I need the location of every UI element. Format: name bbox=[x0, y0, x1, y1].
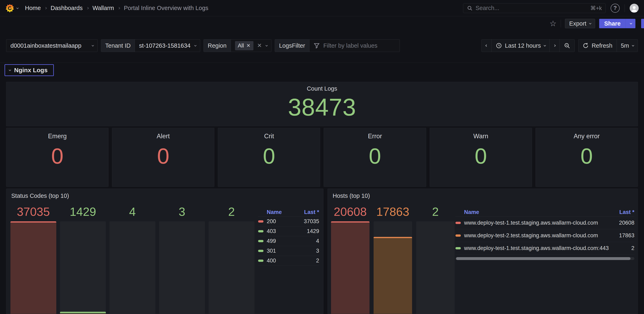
legend-header-name[interactable]: Name bbox=[267, 209, 282, 215]
org-switcher-chevron-icon[interactable] bbox=[16, 6, 19, 9]
legend-row: 4031429 bbox=[258, 227, 319, 236]
legend-series-name[interactable]: 499 bbox=[267, 238, 276, 244]
stat-value: 0 bbox=[112, 143, 214, 169]
breadcrumb: HomeDashboardsWallarmPortal Inline Overv… bbox=[25, 5, 208, 11]
toolbar-cutoff-button[interactable] bbox=[641, 19, 644, 28]
bar-column: 2 bbox=[416, 205, 455, 314]
legend-series-value: 2 bbox=[312, 258, 319, 264]
legend-header-name[interactable]: Name bbox=[464, 209, 479, 215]
region-dropdown[interactable]: Region All ✕ ✕ bbox=[204, 39, 272, 52]
legend-series-value: 3 bbox=[312, 248, 319, 254]
legend-series-icon bbox=[456, 234, 461, 237]
chevron-down-icon bbox=[194, 44, 196, 46]
app-dropdown[interactable]: d0001ainboxatestmailaapp bbox=[6, 39, 98, 52]
bar-track bbox=[60, 221, 106, 314]
stat-value: 0 bbox=[218, 143, 320, 169]
star-icon[interactable]: ☆ bbox=[550, 20, 556, 27]
legend-series-icon bbox=[258, 250, 264, 252]
refresh-button[interactable]: Refresh bbox=[578, 39, 616, 52]
bar-fill bbox=[331, 221, 370, 314]
stat-row: Emerg0Alert0Crit0Error0Warn0Any error0 bbox=[6, 128, 638, 187]
stat-panel-emerg: Emerg0 bbox=[6, 128, 108, 187]
search-input[interactable] bbox=[476, 5, 588, 11]
chip-remove-icon[interactable]: ✕ bbox=[246, 43, 250, 48]
bar-value-label: 2 bbox=[208, 205, 254, 220]
bar-fill bbox=[374, 237, 412, 314]
legend-series-name[interactable]: www.deploy-test-1.test.staging.aws.walla… bbox=[464, 220, 598, 226]
chevron-down-icon bbox=[266, 44, 268, 46]
legend-series-name[interactable]: 200 bbox=[267, 218, 276, 225]
share-dropdown-button[interactable] bbox=[626, 19, 636, 28]
hosts-bar-chart: 20608178632 bbox=[331, 205, 455, 314]
stat-panel-crit: Crit0 bbox=[218, 128, 320, 187]
bar-column: 3 bbox=[159, 205, 205, 314]
region-chip[interactable]: All ✕ bbox=[235, 41, 254, 50]
tenant-dropdown[interactable]: Tenant ID st-107263-1581634 bbox=[101, 39, 200, 52]
legend-series-value: 2 bbox=[627, 245, 634, 251]
breadcrumb-separator-icon bbox=[118, 7, 120, 9]
status-codes-bar-chart: 370351429432 bbox=[10, 205, 254, 314]
legend-row: www.deploy-test-1.test.staging.aws.walla… bbox=[456, 217, 634, 229]
legend-series-value: 4 bbox=[312, 238, 319, 244]
legend-series-name[interactable]: www.deploy-test-2.test.staging.aws.walla… bbox=[464, 232, 598, 239]
row-nginx-logs-toggle[interactable]: Nginx Logs bbox=[4, 64, 54, 76]
legend-series-icon bbox=[258, 220, 264, 223]
legend-header-last[interactable]: Last * bbox=[619, 209, 634, 215]
region-label: Region bbox=[204, 39, 231, 52]
stat-title: Emerg bbox=[6, 128, 108, 140]
legend-row: 3013 bbox=[258, 246, 319, 256]
time-range-value: Last 12 hours bbox=[505, 42, 541, 49]
time-range-picker[interactable]: Last 12 hours bbox=[492, 39, 550, 52]
legend-series-name[interactable]: 403 bbox=[267, 228, 276, 234]
stat-title: Error bbox=[324, 128, 426, 140]
avatar[interactable] bbox=[630, 4, 639, 13]
time-controls: Last 12 hours Refresh 5m bbox=[482, 39, 638, 52]
panel-title: Hosts (top 10) bbox=[328, 189, 638, 199]
zoom-out-time-button[interactable] bbox=[560, 39, 574, 52]
chevron-down-icon bbox=[589, 22, 592, 24]
legend-series-name[interactable]: www.deploy-test-1.test.staging.aws.walla… bbox=[464, 245, 609, 251]
legend-series-name[interactable]: 400 bbox=[267, 258, 276, 264]
bar-value-label: 2 bbox=[416, 205, 455, 220]
legend-series-name[interactable]: 301 bbox=[267, 248, 276, 254]
app-dropdown-value: d0001ainboxatestmailaapp bbox=[10, 42, 82, 49]
bar-column: 4 bbox=[110, 205, 155, 314]
breadcrumb-item[interactable]: Portal Inline Overview with Logs bbox=[124, 5, 208, 11]
time-shift-forward-button[interactable] bbox=[550, 39, 560, 52]
hosts-legend: Name Last * www.deploy-test-1.test.stagi… bbox=[456, 208, 634, 260]
breadcrumb-item[interactable]: Dashboards bbox=[50, 5, 82, 11]
breadcrumb-item[interactable]: Home bbox=[25, 5, 41, 11]
share-button[interactable]: Share bbox=[599, 19, 626, 28]
chevron-down-icon bbox=[92, 44, 94, 46]
stat-title: Alert bbox=[112, 128, 214, 140]
legend-series-value: 37035 bbox=[300, 218, 319, 225]
stat-title: Warn bbox=[430, 128, 532, 140]
time-shift-back-button[interactable] bbox=[482, 39, 492, 52]
clear-selection-icon[interactable]: ✕ bbox=[257, 43, 262, 48]
bar-column: 37035 bbox=[10, 205, 56, 314]
grafana-logo[interactable] bbox=[5, 4, 14, 13]
stat-panel-warn: Warn0 bbox=[430, 128, 532, 187]
export-button[interactable]: Export bbox=[565, 19, 595, 28]
help-icon[interactable]: ? bbox=[611, 4, 620, 13]
legend-scrollbar[interactable] bbox=[456, 257, 634, 260]
refresh-interval-dropdown[interactable]: 5m bbox=[616, 39, 638, 52]
breadcrumb-separator-icon bbox=[86, 7, 89, 9]
bar-track bbox=[159, 221, 205, 314]
stat-title: Crit bbox=[218, 128, 320, 140]
scrollbar-thumb[interactable] bbox=[456, 257, 630, 260]
legend-header-last[interactable]: Last * bbox=[304, 209, 319, 215]
stat-value: 0 bbox=[536, 143, 638, 169]
tenant-label: Tenant ID bbox=[101, 39, 135, 52]
stat-value: 0 bbox=[6, 143, 108, 169]
bar-track bbox=[10, 221, 56, 314]
bar-fill bbox=[10, 221, 56, 314]
bar-fill bbox=[60, 312, 106, 314]
panel-title: Status Codes (top 10) bbox=[6, 189, 323, 199]
bar-column: 1429 bbox=[60, 205, 106, 314]
logsfilter-control[interactable]: LogsFilter Filter by label values bbox=[275, 39, 400, 52]
stat-value: 0 bbox=[430, 143, 532, 169]
breadcrumb-item[interactable]: Wallarm bbox=[92, 5, 114, 11]
funnel-icon bbox=[314, 42, 320, 49]
stat-title: Any error bbox=[536, 128, 638, 140]
